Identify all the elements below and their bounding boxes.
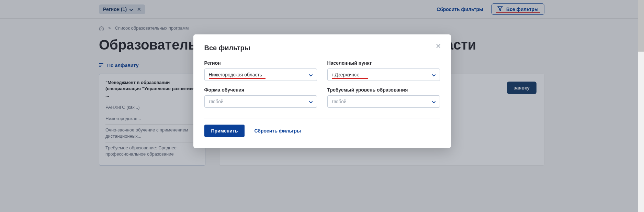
education-field-group: Требуемый уровень образования Любой (327, 87, 440, 108)
annotation-underline (332, 78, 368, 79)
scrollbar-track[interactable] (638, 0, 644, 212)
modal-footer: Применить Сбросить фильтры (204, 125, 440, 137)
chevron-down-icon (432, 99, 436, 104)
education-select-placeholder: Любой (332, 99, 347, 104)
city-select-value: г Дзержинск (332, 72, 359, 77)
modal-close-button[interactable]: ✕ (436, 42, 441, 50)
modal-title: Все фильтры (204, 44, 440, 52)
region-select[interactable]: Нижегородская область (204, 68, 317, 81)
format-field-group: Форма обучения Любой (204, 87, 317, 108)
reset-filters-link[interactable]: Сбросить фильтры (254, 128, 301, 134)
scrollbar-thumb[interactable] (638, 0, 644, 52)
city-select[interactable]: г Дзержинск (327, 68, 440, 81)
education-select[interactable]: Любой (327, 95, 440, 108)
modal-divider (204, 118, 440, 118)
format-select-placeholder: Любой (209, 99, 224, 104)
modal-form-grid: Регион Нижегородская область Населенный … (204, 60, 440, 108)
city-label: Населенный пункт (327, 60, 440, 66)
format-label: Форма обучения (204, 87, 317, 93)
region-field-group: Регион Нижегородская область (204, 60, 317, 81)
chevron-down-icon (309, 99, 313, 104)
chevron-down-icon (309, 72, 313, 77)
all-filters-modal: Все фильтры ✕ Регион Нижегородская облас… (193, 34, 451, 148)
city-field-group: Населенный пункт г Дзержинск (327, 60, 440, 81)
close-icon: ✕ (436, 42, 441, 50)
apply-filters-button[interactable]: Применить (204, 125, 245, 137)
education-label: Требуемый уровень образования (327, 87, 440, 93)
region-label: Регион (204, 60, 317, 66)
region-select-value: Нижегородская область (209, 72, 262, 77)
annotation-underline (209, 78, 265, 79)
format-select[interactable]: Любой (204, 95, 317, 108)
chevron-down-icon (432, 72, 436, 77)
modal-overlay[interactable]: Все фильтры ✕ Регион Нижегородская облас… (0, 0, 644, 212)
